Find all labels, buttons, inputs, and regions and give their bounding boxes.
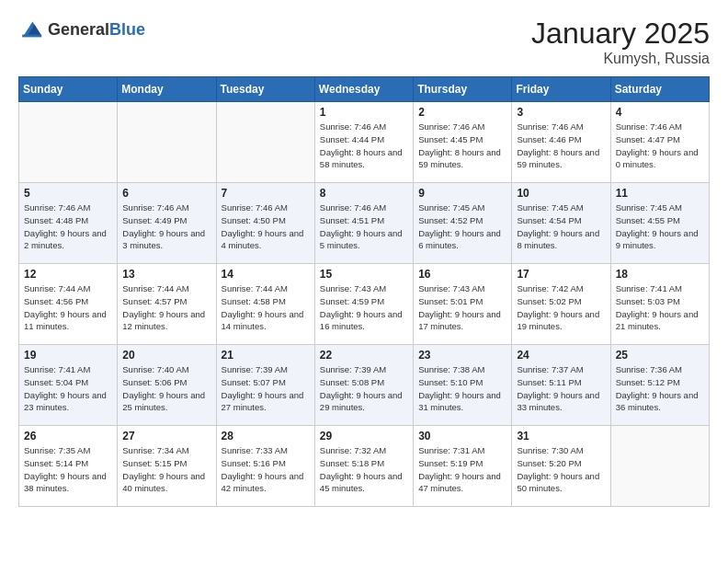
day-number: 31 [517, 430, 605, 442]
day-info: Sunrise: 7:34 AMSunset: 5:15 PMDaylight:… [122, 444, 210, 495]
col-wednesday: Wednesday [314, 77, 413, 102]
day-info: Sunrise: 7:46 AMSunset: 4:49 PMDaylight:… [122, 201, 210, 252]
day-number: 30 [418, 430, 506, 442]
day-number: 25 [616, 349, 704, 362]
day-info: Sunrise: 7:36 AMSunset: 5:12 PMDaylight:… [616, 363, 704, 414]
day-cell: 21Sunrise: 7:39 AMSunset: 5:07 PMDayligh… [216, 345, 314, 426]
svg-rect-2 [22, 35, 41, 38]
day-cell: 2Sunrise: 7:46 AMSunset: 4:45 PMDaylight… [414, 102, 512, 183]
day-info: Sunrise: 7:45 AMSunset: 4:54 PMDaylight:… [517, 201, 605, 252]
day-info: Sunrise: 7:41 AMSunset: 5:04 PMDaylight:… [24, 363, 112, 414]
day-number: 10 [517, 187, 605, 200]
day-cell: 31Sunrise: 7:30 AMSunset: 5:20 PMDayligh… [512, 426, 610, 507]
day-cell [610, 426, 709, 507]
day-cell [216, 102, 314, 183]
day-cell: 27Sunrise: 7:34 AMSunset: 5:15 PMDayligh… [118, 426, 216, 507]
week-row-4: 19Sunrise: 7:41 AMSunset: 5:04 PMDayligh… [19, 345, 710, 426]
day-number: 20 [122, 349, 210, 362]
day-number: 7 [222, 187, 310, 200]
page: GeneralBlue January 2025 Kumysh, Russia … [0, 0, 728, 522]
day-info: Sunrise: 7:43 AMSunset: 4:59 PMDaylight:… [320, 282, 408, 333]
day-cell: 7Sunrise: 7:46 AMSunset: 4:50 PMDaylight… [216, 183, 314, 264]
day-number: 29 [320, 430, 408, 442]
col-saturday: Saturday [610, 77, 709, 102]
day-number: 5 [24, 187, 112, 200]
day-cell: 11Sunrise: 7:45 AMSunset: 4:55 PMDayligh… [610, 183, 709, 264]
day-info: Sunrise: 7:46 AMSunset: 4:48 PMDaylight:… [24, 201, 112, 252]
day-info: Sunrise: 7:31 AMSunset: 5:19 PMDaylight:… [418, 444, 506, 495]
day-cell: 6Sunrise: 7:46 AMSunset: 4:49 PMDaylight… [118, 183, 216, 264]
day-cell: 18Sunrise: 7:41 AMSunset: 5:03 PMDayligh… [610, 264, 709, 345]
day-cell: 20Sunrise: 7:40 AMSunset: 5:06 PMDayligh… [118, 345, 216, 426]
day-cell: 17Sunrise: 7:42 AMSunset: 5:02 PMDayligh… [512, 264, 610, 345]
day-cell: 19Sunrise: 7:41 AMSunset: 5:04 PMDayligh… [19, 345, 118, 426]
day-number: 14 [222, 268, 310, 281]
day-info: Sunrise: 7:46 AMSunset: 4:46 PMDaylight:… [517, 121, 605, 171]
day-cell: 29Sunrise: 7:32 AMSunset: 5:18 PMDayligh… [314, 426, 413, 507]
day-cell [19, 102, 118, 183]
day-cell: 9Sunrise: 7:45 AMSunset: 4:52 PMDaylight… [414, 183, 512, 264]
month-title: January 2025 [531, 17, 710, 51]
col-thursday: Thursday [414, 77, 512, 102]
logo-blue: Blue [109, 20, 145, 39]
logo: GeneralBlue [18, 17, 145, 42]
calendar-header: Sunday Monday Tuesday Wednesday Thursday… [19, 77, 710, 102]
day-info: Sunrise: 7:35 AMSunset: 5:14 PMDaylight:… [24, 444, 112, 495]
day-info: Sunrise: 7:40 AMSunset: 5:06 PMDaylight:… [122, 363, 210, 414]
week-row-3: 12Sunrise: 7:44 AMSunset: 4:56 PMDayligh… [19, 264, 710, 345]
day-cell: 16Sunrise: 7:43 AMSunset: 5:01 PMDayligh… [414, 264, 512, 345]
day-info: Sunrise: 7:46 AMSunset: 4:47 PMDaylight:… [616, 121, 704, 171]
day-cell: 24Sunrise: 7:37 AMSunset: 5:11 PMDayligh… [512, 345, 610, 426]
col-sunday: Sunday [19, 77, 118, 102]
day-info: Sunrise: 7:46 AMSunset: 4:50 PMDaylight:… [222, 201, 310, 252]
day-info: Sunrise: 7:41 AMSunset: 5:03 PMDaylight:… [616, 282, 704, 333]
day-cell: 5Sunrise: 7:46 AMSunset: 4:48 PMDaylight… [19, 183, 118, 264]
day-info: Sunrise: 7:38 AMSunset: 5:10 PMDaylight:… [418, 363, 506, 414]
day-number: 1 [320, 106, 408, 119]
day-cell: 15Sunrise: 7:43 AMSunset: 4:59 PMDayligh… [314, 264, 413, 345]
logo-general: General [48, 20, 109, 39]
day-cell: 12Sunrise: 7:44 AMSunset: 4:56 PMDayligh… [19, 264, 118, 345]
day-info: Sunrise: 7:44 AMSunset: 4:56 PMDaylight:… [24, 282, 112, 333]
day-cell: 4Sunrise: 7:46 AMSunset: 4:47 PMDaylight… [610, 102, 709, 183]
header: GeneralBlue January 2025 Kumysh, Russia [18, 17, 710, 67]
day-info: Sunrise: 7:42 AMSunset: 5:02 PMDaylight:… [517, 282, 605, 333]
day-number: 2 [418, 106, 506, 119]
day-info: Sunrise: 7:37 AMSunset: 5:11 PMDaylight:… [517, 363, 605, 414]
day-info: Sunrise: 7:45 AMSunset: 4:55 PMDaylight:… [616, 201, 704, 252]
day-info: Sunrise: 7:44 AMSunset: 4:58 PMDaylight:… [222, 282, 310, 333]
col-tuesday: Tuesday [216, 77, 314, 102]
day-cell: 10Sunrise: 7:45 AMSunset: 4:54 PMDayligh… [512, 183, 610, 264]
col-monday: Monday [118, 77, 216, 102]
weekday-row: Sunday Monday Tuesday Wednesday Thursday… [19, 77, 710, 102]
logo-text: GeneralBlue [48, 20, 145, 40]
day-cell: 23Sunrise: 7:38 AMSunset: 5:10 PMDayligh… [414, 345, 512, 426]
day-cell: 1Sunrise: 7:46 AMSunset: 4:44 PMDaylight… [314, 102, 413, 183]
day-number: 19 [24, 349, 112, 362]
day-info: Sunrise: 7:30 AMSunset: 5:20 PMDaylight:… [517, 444, 605, 495]
day-info: Sunrise: 7:46 AMSunset: 4:45 PMDaylight:… [418, 121, 506, 171]
week-row-5: 26Sunrise: 7:35 AMSunset: 5:14 PMDayligh… [19, 426, 710, 507]
day-cell: 14Sunrise: 7:44 AMSunset: 4:58 PMDayligh… [216, 264, 314, 345]
day-number: 13 [122, 268, 210, 281]
day-number: 9 [418, 187, 506, 200]
logo-icon [18, 17, 44, 42]
day-number: 28 [222, 430, 310, 442]
day-info: Sunrise: 7:39 AMSunset: 5:07 PMDaylight:… [222, 363, 310, 414]
day-number: 11 [616, 187, 704, 200]
day-cell: 8Sunrise: 7:46 AMSunset: 4:51 PMDaylight… [314, 183, 413, 264]
day-number: 4 [616, 106, 704, 119]
week-row-2: 5Sunrise: 7:46 AMSunset: 4:48 PMDaylight… [19, 183, 710, 264]
day-number: 3 [517, 106, 605, 119]
day-cell: 3Sunrise: 7:46 AMSunset: 4:46 PMDaylight… [512, 102, 610, 183]
day-info: Sunrise: 7:32 AMSunset: 5:18 PMDaylight:… [320, 444, 408, 495]
day-info: Sunrise: 7:43 AMSunset: 5:01 PMDaylight:… [418, 282, 506, 333]
calendar: Sunday Monday Tuesday Wednesday Thursday… [18, 76, 710, 507]
day-number: 21 [222, 349, 310, 362]
day-number: 12 [24, 268, 112, 281]
day-number: 8 [320, 187, 408, 200]
day-number: 18 [616, 268, 704, 281]
day-number: 6 [122, 187, 210, 200]
day-number: 27 [122, 430, 210, 442]
day-cell: 28Sunrise: 7:33 AMSunset: 5:16 PMDayligh… [216, 426, 314, 507]
